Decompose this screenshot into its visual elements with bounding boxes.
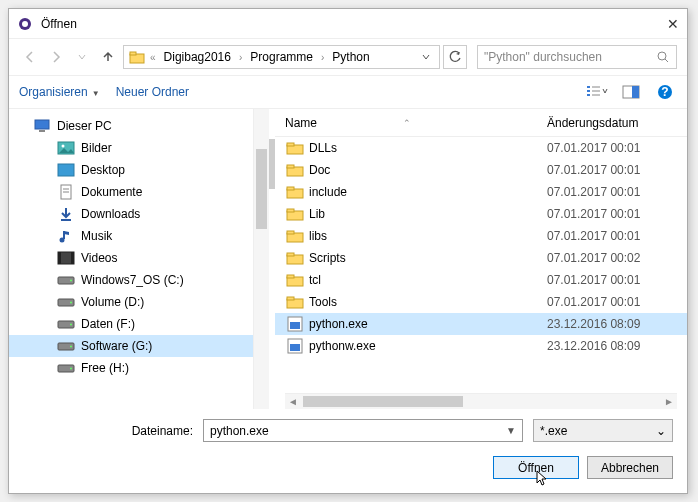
filename-label: Dateiname: <box>123 424 193 438</box>
preview-pane-button[interactable] <box>619 82 643 102</box>
breadcrumb-item[interactable]: Python <box>328 50 373 64</box>
sidebar-item-label: Desktop <box>81 163 125 177</box>
sidebar-item-label: Dokumente <box>81 185 142 199</box>
search-placeholder: "Python" durchsuchen <box>484 50 656 64</box>
sidebar-item[interactable]: Videos <box>9 247 269 269</box>
svg-rect-56 <box>290 322 300 329</box>
exe-icon <box>285 337 305 355</box>
close-button[interactable]: ✕ <box>649 16 679 32</box>
folder-icon <box>285 227 305 245</box>
sidebar-item[interactable]: Volume (D:) <box>9 291 269 313</box>
search-input[interactable]: "Python" durchsuchen <box>477 45 677 69</box>
refresh-button[interactable] <box>443 45 467 69</box>
file-row[interactable]: Tools07.01.2017 00:01 <box>275 291 687 313</box>
file-row[interactable]: libs07.01.2017 00:01 <box>275 225 687 247</box>
svg-rect-3 <box>130 52 136 55</box>
forward-button[interactable] <box>45 46 67 68</box>
filename-input[interactable]: python.exe▼ <box>203 419 523 442</box>
svg-rect-7 <box>587 90 590 92</box>
drive-icon <box>57 315 75 333</box>
breadcrumb-item[interactable]: Digibag2016 <box>160 50 235 64</box>
pc-icon <box>33 117 51 135</box>
file-row[interactable]: DLLs07.01.2017 00:01 <box>275 137 687 159</box>
sidebar-item-label: Daten (F:) <box>81 317 135 331</box>
chevron-down-icon[interactable]: ⌄ <box>656 424 666 438</box>
svg-rect-20 <box>58 164 74 176</box>
file-name: Doc <box>305 163 547 177</box>
svg-text:?: ? <box>661 85 668 99</box>
svg-point-36 <box>70 346 72 348</box>
svg-rect-13 <box>632 86 639 98</box>
back-button[interactable] <box>19 46 41 68</box>
breadcrumb-ellipsis[interactable]: « <box>148 52 158 63</box>
horizontal-scrollbar[interactable]: ◄► <box>285 393 677 409</box>
svg-rect-16 <box>35 120 49 129</box>
svg-rect-28 <box>71 252 74 264</box>
filter-select[interactable]: *.exe⌄ <box>533 419 673 442</box>
svg-rect-17 <box>39 130 45 132</box>
file-row[interactable]: Scripts07.01.2017 00:02 <box>275 247 687 269</box>
file-row[interactable]: pythonw.exe23.12.2016 08:09 <box>275 335 687 357</box>
file-name: include <box>305 185 547 199</box>
chevron-right-icon[interactable]: › <box>319 52 326 63</box>
sidebar-item[interactable]: Daten (F:) <box>9 313 269 335</box>
organize-menu[interactable]: Organisieren▼ <box>19 85 100 99</box>
file-date: 07.01.2017 00:01 <box>547 229 677 243</box>
titlebar: Öffnen ✕ <box>9 9 687 39</box>
sidebar-item[interactable]: Downloads <box>9 203 269 225</box>
svg-rect-44 <box>287 187 294 190</box>
sidebar-item-label: Downloads <box>81 207 140 221</box>
desktop-icon <box>57 161 75 179</box>
sidebar-item-label: Windows7_OS (C:) <box>81 273 184 287</box>
folder-icon <box>285 161 305 179</box>
svg-point-25 <box>60 238 65 243</box>
sidebar-item[interactable]: Software (G:) <box>9 335 269 357</box>
chevron-right-icon[interactable]: › <box>237 52 244 63</box>
help-button[interactable]: ? <box>653 82 677 102</box>
svg-rect-27 <box>58 252 61 264</box>
svg-rect-54 <box>287 297 294 300</box>
body: Dieser PCBilderDesktopDokumenteDownloads… <box>9 109 687 409</box>
file-row[interactable]: Lib07.01.2017 00:01 <box>275 203 687 225</box>
column-name[interactable]: Name⌃ <box>285 116 537 130</box>
sidebar-item[interactable]: Dokumente <box>9 181 269 203</box>
address-bar[interactable]: « Digibag2016 › Programme › Python <box>123 45 440 69</box>
sidebar-item-label: Videos <box>81 251 117 265</box>
file-row[interactable]: tcl07.01.2017 00:01 <box>275 269 687 291</box>
file-row[interactable]: include07.01.2017 00:01 <box>275 181 687 203</box>
file-row[interactable]: python.exe23.12.2016 08:09 <box>275 313 687 335</box>
svg-line-5 <box>665 59 668 62</box>
cancel-button[interactable]: Abbrechen <box>587 456 673 479</box>
sidebar-scrollbar[interactable] <box>253 109 269 409</box>
file-name: DLLs <box>305 141 547 155</box>
view-options-button[interactable] <box>585 82 609 102</box>
drive-icon <box>57 359 75 377</box>
sidebar-item[interactable]: Bilder <box>9 137 269 159</box>
up-button[interactable] <box>97 46 119 68</box>
documents-icon <box>57 183 75 201</box>
address-dropdown[interactable] <box>417 52 435 62</box>
file-row[interactable]: Doc07.01.2017 00:01 <box>275 159 687 181</box>
sidebar-tree: Dieser PCBilderDesktopDokumenteDownloads… <box>9 109 269 409</box>
column-date[interactable]: Änderungsdatum <box>547 116 677 130</box>
file-name: Lib <box>305 207 547 221</box>
file-name: Tools <box>305 295 547 309</box>
breadcrumb-item[interactable]: Programme <box>246 50 317 64</box>
svg-point-38 <box>70 368 72 370</box>
sidebar-item[interactable]: Dieser PC <box>9 115 269 137</box>
sidebar-item[interactable]: Musik <box>9 225 269 247</box>
file-date: 07.01.2017 00:01 <box>547 273 677 287</box>
svg-point-4 <box>658 52 666 60</box>
sidebar-item[interactable]: Windows7_OS (C:) <box>9 269 269 291</box>
file-name: Scripts <box>305 251 547 265</box>
recent-dropdown[interactable] <box>71 46 93 68</box>
new-folder-button[interactable]: Neuer Ordner <box>116 85 189 99</box>
file-list: DLLs07.01.2017 00:01Doc07.01.2017 00:01i… <box>275 137 687 389</box>
sidebar-item[interactable]: Free (H:) <box>9 357 269 379</box>
svg-rect-48 <box>287 231 294 234</box>
file-date: 07.01.2017 00:01 <box>547 295 677 309</box>
chevron-down-icon[interactable]: ▼ <box>506 425 516 436</box>
open-button[interactable]: Öffnen <box>493 456 579 479</box>
sidebar-item[interactable]: Desktop <box>9 159 269 181</box>
navigation-bar: « Digibag2016 › Programme › Python "Pyth… <box>9 39 687 75</box>
